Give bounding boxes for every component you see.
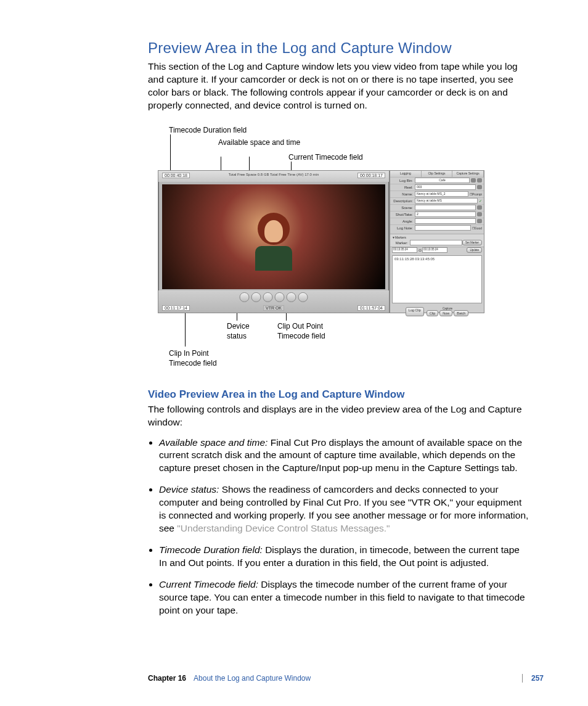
- stop-button[interactable]: [263, 292, 273, 302]
- marker-tc-icon: ⊙: [417, 248, 422, 252]
- scene-field[interactable]: [415, 205, 476, 210]
- callout-clip-in-l1: Clip In Point: [169, 349, 209, 358]
- name-field[interactable]: Nancy at table MS_2: [415, 191, 468, 197]
- sub-intro: The following controls and displays are …: [148, 403, 530, 429]
- window-header: 00:00:40:18 Total Free Space 0.8 GB Tota…: [158, 171, 389, 182]
- callout-current-timecode: Current Timecode field: [288, 153, 363, 162]
- check-icon: ✓: [479, 199, 482, 203]
- tab-clip-settings[interactable]: Clip Settings: [422, 171, 453, 177]
- new-bin-icon[interactable]: [477, 178, 482, 183]
- fast-fwd-button[interactable]: [298, 292, 308, 302]
- marker-out-tc[interactable]: 03:13:35:24: [422, 247, 447, 253]
- logging-panel: Logging Clip Settings Capture Settings L…: [390, 170, 484, 313]
- marker-name-field[interactable]: [410, 240, 462, 245]
- callout-device-status-l2: status: [227, 332, 247, 340]
- callout-clip-out-l2: Timecode field: [277, 332, 325, 340]
- update-button[interactable]: Update: [467, 247, 482, 253]
- capture-now-button[interactable]: Now: [439, 310, 452, 316]
- log-clip-button[interactable]: Log Clip: [406, 307, 424, 316]
- angle-field[interactable]: [415, 218, 476, 224]
- slate-icon[interactable]: [477, 205, 482, 210]
- page-heading: Preview Area in the Log and Capture Wind…: [148, 39, 530, 57]
- transport-bar: 00:11:17:14 VTR OK 01:11:57:04: [158, 290, 389, 313]
- current-timecode-field[interactable]: 00:00:18:17: [357, 173, 385, 178]
- list-item: Device status: Shows the readiness of ca…: [159, 483, 530, 535]
- step-back-button[interactable]: [251, 292, 261, 302]
- transport-controls[interactable]: [240, 292, 308, 302]
- slate-icon[interactable]: [477, 212, 482, 216]
- callout-available-space-line1: Available space and time: [218, 138, 300, 147]
- capture-clip-button[interactable]: Clip: [427, 310, 438, 316]
- callout-clip-out-l1: Clip Out Point: [277, 322, 323, 330]
- log-note-field[interactable]: [415, 225, 471, 231]
- tab-logging[interactable]: Logging: [390, 171, 422, 177]
- capture-batch-button[interactable]: Batch: [454, 310, 468, 316]
- list-item: Available space and time: Final Cut Pro …: [159, 437, 530, 475]
- callout-clip-in-l2: Timecode field: [169, 359, 217, 367]
- chapter-title: About the Log and Capture Window: [194, 674, 311, 683]
- callout-device-status-l1: Device: [227, 322, 250, 330]
- video-preview-area: [162, 184, 385, 289]
- page-number: 257: [522, 674, 544, 683]
- clip-out-timecode-field[interactable]: 01:11:57:04: [357, 305, 385, 311]
- description-field[interactable]: Nancy at table MS: [415, 198, 478, 203]
- intro-paragraph: This section of the Log and Capture wind…: [148, 60, 530, 112]
- free-space-readout: Total Free Space 0.8 GB Total Free Time …: [229, 173, 319, 176]
- rewind-button[interactable]: [240, 292, 250, 302]
- page-footer: Chapter 16 About the Log and Capture Win…: [148, 674, 544, 683]
- bullet-list: Available space and time: Final Cut Pro …: [148, 437, 530, 617]
- step-fwd-button[interactable]: [287, 292, 296, 302]
- log-bin-field[interactable]: Café: [415, 178, 470, 183]
- log-capture-window: 00:00:40:18 Total Free Space 0.8 GB Tota…: [158, 170, 390, 313]
- clip-in-timecode-field[interactable]: 00:11:17:14: [162, 305, 190, 311]
- set-marker-button[interactable]: Set Marker: [462, 240, 482, 245]
- capture-button-row: Log Clip Capture Clip Now Batch: [390, 305, 484, 318]
- tab-capture-settings[interactable]: Capture Settings: [452, 171, 484, 177]
- video-subject: [252, 213, 295, 268]
- marker-list-entry: 03:11:15:28 03:13:45:05: [394, 257, 435, 261]
- nav-up-icon[interactable]: [471, 178, 476, 183]
- panel-tabs: Logging Clip Settings Capture Settings: [390, 171, 484, 177]
- sub-heading: Video Preview Area in the Log and Captur…: [148, 388, 530, 401]
- marker-list[interactable]: 03:11:15:28 03:13:45:05: [392, 255, 482, 303]
- marker-in-tc[interactable]: 03:13:35:24: [392, 247, 417, 253]
- device-status-readout: VTR OK: [263, 305, 284, 311]
- slate-icon[interactable]: [477, 185, 482, 189]
- markers-section: ▼ Markers Marker:Set Marker: [390, 234, 484, 247]
- list-item: Timecode Duration field: Displays the du…: [159, 544, 530, 570]
- link-device-status-messages[interactable]: "Understanding Device Control Status Mes…: [177, 523, 390, 533]
- reel-field[interactable]: 003: [415, 184, 476, 190]
- shot-take-field[interactable]: 2: [415, 211, 476, 217]
- play-button[interactable]: [275, 292, 285, 302]
- list-item: Current Timecode field: Displays the tim…: [159, 578, 530, 617]
- callout-timecode-duration: Timecode Duration field: [169, 126, 247, 134]
- diagram: Timecode Duration field Available space …: [148, 122, 530, 369]
- slate-icon[interactable]: [477, 219, 482, 223]
- timecode-duration-field[interactable]: 00:00:40:18: [162, 173, 190, 178]
- chapter-number: Chapter 16: [148, 674, 186, 683]
